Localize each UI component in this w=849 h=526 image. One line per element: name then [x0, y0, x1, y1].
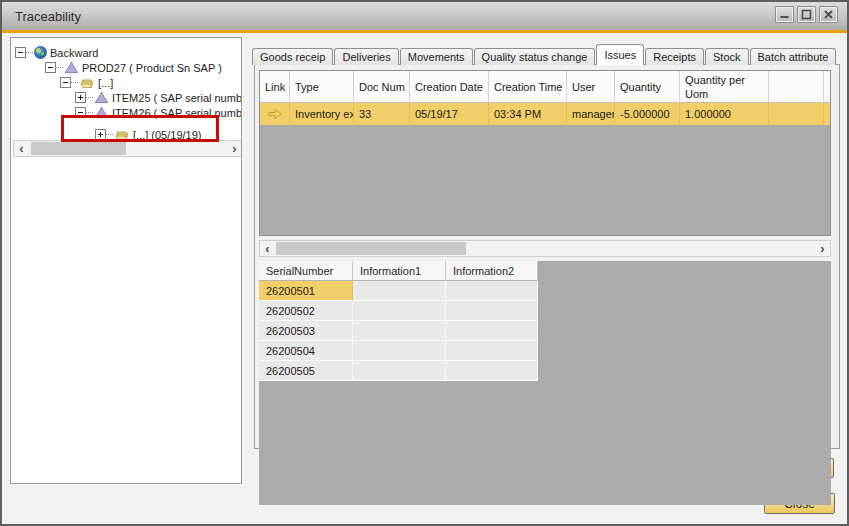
serial-number-cell[interactable]: 26200502 [259, 301, 353, 321]
maximize-icon [801, 9, 812, 20]
collapse-toggle-icon[interactable] [75, 107, 86, 118]
window-controls [775, 6, 838, 23]
empty-cell [769, 103, 824, 125]
notes-icon [79, 76, 95, 89]
scroll-right-icon[interactable]: › [227, 141, 242, 156]
creation-time-cell: 03:34 PM [489, 103, 567, 125]
tree-panel: Backward PROD27 ( Product Sn SAP ) [10, 37, 242, 484]
trace-tree: Backward PROD27 ( Product Sn SAP ) [11, 38, 241, 142]
tree-item-item25[interactable]: ITEM25 ( SAP serial numbe [11, 90, 241, 105]
empty-cell [824, 103, 831, 125]
tree-item-batch-group[interactable]: [...] [11, 75, 241, 90]
column-header[interactable] [824, 71, 831, 103]
expand-toggle-icon[interactable] [75, 92, 86, 103]
serial-row: 26200504 [259, 341, 538, 361]
scroll-thumb[interactable] [276, 242, 466, 255]
tree-item-label[interactable]: ITEM26 ( SAP serial numbe [112, 107, 241, 119]
information1-cell[interactable] [353, 341, 446, 361]
window-title: Traceability [2, 9, 81, 24]
column-header[interactable]: Creation Date [410, 71, 489, 103]
tree-item-backward[interactable]: Backward [11, 45, 241, 60]
collapse-toggle-icon[interactable] [45, 62, 56, 73]
information1-cell[interactable] [353, 281, 446, 301]
scroll-thumb[interactable] [31, 142, 126, 155]
tree-item-prod27[interactable]: PROD27 ( Product Sn SAP ) [11, 60, 241, 75]
information1-cell[interactable] [353, 301, 446, 321]
tree-item-label[interactable]: ITEM25 ( SAP serial numbe [112, 92, 241, 104]
information1-cell[interactable] [353, 361, 446, 381]
issues-table-row[interactable]: Inventory exit 33 05/19/17 03:34 PM mana… [260, 103, 830, 125]
issues-table-hscrollbar[interactable]: ‹ › [259, 240, 831, 257]
tab-issues[interactable]: Issues [596, 44, 644, 65]
tree-item-label[interactable]: Backward [50, 47, 98, 59]
column-header[interactable]: Link [260, 71, 290, 103]
traceability-window: Traceability Backward PROD27 ( [0, 0, 849, 526]
tree-item-label[interactable]: PROD27 ( Product Sn SAP ) [82, 62, 222, 74]
tab-movements[interactable]: Movements [400, 48, 473, 65]
issues-table-header: Link Type Doc Num Creation Date Creation… [260, 71, 830, 103]
maximize-button[interactable] [797, 6, 816, 23]
user-cell: manager [567, 103, 615, 125]
scroll-right-icon[interactable]: › [815, 241, 830, 256]
serial-row: 26200505 [259, 361, 538, 381]
information2-cell[interactable] [446, 321, 538, 341]
information1-cell[interactable] [353, 321, 446, 341]
tab-batch-attribute[interactable]: Batch attribute [750, 48, 837, 65]
titlebar: Traceability [2, 2, 847, 30]
scroll-left-icon[interactable]: ‹ [14, 141, 29, 156]
serials-table: SerialNumber Information1 Information2 2… [259, 261, 538, 381]
serial-number-cell[interactable]: 26200501 [259, 281, 353, 301]
globe-icon [34, 46, 47, 59]
column-header[interactable]: Quantity [615, 71, 680, 103]
serials-area: SerialNumber Information1 Information2 2… [259, 261, 831, 505]
serial-number-cell[interactable]: 26200505 [259, 361, 353, 381]
column-header[interactable]: Information2 [446, 261, 538, 281]
information2-cell[interactable] [446, 361, 538, 381]
tab-stock[interactable]: Stock [705, 48, 749, 65]
issues-tab-panel: Link Type Doc Num Creation Date Creation… [254, 64, 840, 449]
issues-table: Link Type Doc Num Creation Date Creation… [259, 70, 831, 236]
tree-item-label[interactable]: [...] (05/19/19) [133, 129, 201, 141]
close-icon [823, 9, 834, 20]
column-header[interactable]: Quantity per Uom [680, 71, 769, 103]
quantity-per-uom-cell: 1.000000 [680, 103, 769, 125]
collapse-toggle-icon[interactable] [15, 47, 26, 58]
minimize-button[interactable] [775, 6, 794, 23]
column-header[interactable]: Doc Num [354, 71, 410, 103]
cone-icon [64, 61, 79, 74]
column-header[interactable]: Information1 [353, 261, 446, 281]
serial-number-cell[interactable]: 26200504 [259, 341, 353, 361]
tab-quality-status-change[interactable]: Quality status change [474, 48, 596, 65]
information2-cell[interactable] [446, 341, 538, 361]
column-header[interactable]: Creation Time [489, 71, 567, 103]
link-arrow-icon [268, 108, 282, 120]
column-header[interactable]: Type [290, 71, 354, 103]
expand-toggle-icon[interactable] [95, 129, 106, 140]
column-header[interactable]: User [567, 71, 615, 103]
creation-date-cell: 05/19/17 [410, 103, 489, 125]
tree-item-label[interactable]: [...] [98, 77, 113, 89]
accent-line [2, 30, 847, 33]
tab-bar: Goods receip Deliveries Movements Qualit… [252, 44, 837, 65]
tree-item-item26[interactable]: ITEM26 ( SAP serial numbe [11, 105, 241, 120]
doc-num-cell: 33 [354, 103, 410, 125]
information2-cell[interactable] [446, 281, 538, 301]
serials-table-header: SerialNumber Information1 Information2 [259, 261, 538, 281]
link-cell[interactable] [260, 103, 290, 125]
tab-goods-receipt[interactable]: Goods receip [252, 48, 333, 65]
tab-deliveries[interactable]: Deliveries [334, 48, 398, 65]
type-cell: Inventory exit [290, 103, 354, 125]
serial-number-cell[interactable]: 26200503 [259, 321, 353, 341]
column-header[interactable] [769, 71, 824, 103]
collapse-toggle-icon[interactable] [60, 77, 71, 88]
tree-hscrollbar[interactable]: ‹ › [13, 140, 242, 157]
serial-row: 26200502 [259, 301, 538, 321]
minimize-icon [779, 9, 790, 20]
information2-cell[interactable] [446, 301, 538, 321]
serial-row: 26200501 [259, 281, 538, 301]
close-window-button[interactable] [819, 6, 838, 23]
cone-icon [94, 91, 109, 104]
column-header[interactable]: SerialNumber [259, 261, 353, 281]
tab-receipts[interactable]: Receipts [645, 48, 704, 65]
scroll-left-icon[interactable]: ‹ [260, 241, 275, 256]
